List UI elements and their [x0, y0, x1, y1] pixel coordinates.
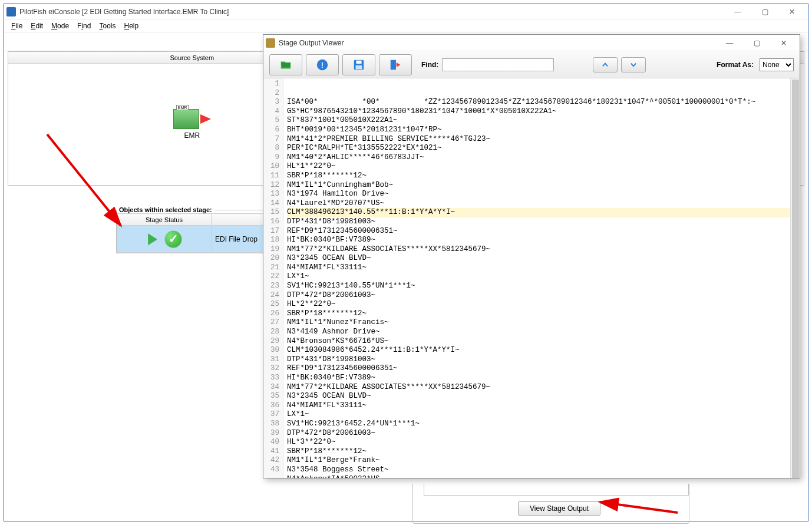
code-line[interactable]: DTP*431*D8*19981003~ [287, 355, 800, 365]
find-label: Find: [421, 61, 438, 69]
open-button[interactable] [269, 54, 302, 75]
line-gutter: 1234567891011121314151617181920212223242… [263, 78, 283, 478]
exit-button[interactable] [379, 54, 412, 75]
code-line[interactable]: BHT*0019*00*12345*20181231*1047*RP~ [287, 126, 800, 135]
main-title: PilotFish eiConsole [2 EDI Getting Start… [19, 8, 724, 16]
vertical-scrollbar[interactable] [790, 78, 800, 478]
code-line[interactable]: PER*IC*RALPH*TE*3135552222*EX*1021~ [287, 144, 800, 153]
chevron-up-icon [601, 61, 609, 69]
code-line[interactable]: NM1*77*2*KILDARE ASSOCIATES*****XX*58123… [287, 245, 800, 255]
code-area[interactable]: ISA*00* *00* *ZZ*123456789012345*ZZ*1234… [283, 78, 800, 478]
viewer-maximize-button[interactable]: ▢ [743, 35, 770, 51]
check-icon: ✓ [164, 230, 181, 247]
svg-text:!: ! [321, 60, 324, 69]
code-line[interactable]: HI*BK:0340*BF:V7389~ [287, 374, 800, 383]
code-line[interactable]: DTP*431*D8*19981003~ [287, 217, 800, 227]
menu-find[interactable]: Find [74, 21, 94, 31]
maximize-button[interactable]: ▢ [751, 4, 778, 19]
code-line[interactable]: NM1*IL*1*Cunningham*Bob~ [287, 181, 800, 190]
minimize-button[interactable]: — [724, 4, 751, 19]
code-line[interactable]: NM1*77*2*KILDARE ASSOCIATES*****XX*58123… [287, 383, 800, 392]
objects-legend: Objects within selected stage: [117, 206, 214, 213]
source-label: EMR [184, 131, 200, 140]
svg-rect-14 [356, 65, 362, 68]
code-line[interactable]: N4*MIAMI*FL*33111~ [287, 263, 800, 273]
code-line[interactable]: N3*4149 Ashmor Drive~ [287, 328, 800, 337]
exit-icon [389, 58, 402, 71]
code-line[interactable]: NM1*40*2*AHLIC*****46*66783JJT~ [287, 153, 800, 163]
code-line[interactable]: N4*Ankeny*IA*50023*US~ [287, 475, 800, 478]
code-line[interactable]: NM1*IL*1*Berge*Frank~ [287, 456, 800, 465]
code-line[interactable]: N3*2345 OCEAN BLVD~ [287, 392, 800, 401]
stage-output-viewer-window: Stage Output Viewer — ▢ ✕ ! Find: Format… [263, 34, 800, 478]
code-line[interactable]: ST*837*1001*005010X222A1~ [287, 116, 800, 126]
save-button[interactable] [342, 54, 375, 75]
info-icon: ! [316, 58, 329, 71]
viewer-title: Stage Output Viewer [279, 39, 716, 47]
find-input[interactable] [442, 58, 554, 71]
code-line[interactable]: N3*3548 Boggess Street~ [287, 465, 800, 475]
viewer-titlebar[interactable]: Stage Output Viewer — ▢ ✕ [263, 35, 800, 51]
code-line[interactable]: HL*3**22*0~ [287, 438, 800, 447]
menu-help[interactable]: Help [120, 21, 142, 31]
col-stage-status[interactable]: Stage Status [117, 214, 212, 226]
code-line[interactable]: SBR*P*18*******12~ [287, 447, 800, 457]
folder-open-icon [279, 58, 292, 71]
code-line[interactable]: HL*1**22*0~ [287, 162, 800, 171]
code-line[interactable]: NM1*IL*1*Nunez*Francis~ [287, 318, 800, 328]
code-line[interactable]: CLM*388496213*140.55***11:B:1*Y*A*Y*I~ [287, 208, 800, 217]
code-line[interactable]: HI*BK:0340*BF:V7389~ [287, 236, 800, 245]
menu-mode[interactable]: Mode [48, 21, 72, 31]
code-line[interactable]: HL*2**22*0~ [287, 300, 800, 309]
menu-file[interactable]: File [8, 21, 26, 31]
svg-rect-15 [391, 60, 396, 70]
code-line[interactable]: REF*D9*17312345600006351~ [287, 364, 800, 374]
code-line[interactable]: SV1*HC:99213*140.55*UN*1***1~ [287, 282, 800, 291]
viewer-toolbar: ! Find: Format As: None [263, 51, 800, 78]
scrollbar-thumb[interactable] [792, 80, 799, 478]
viewer-minimize-button[interactable]: — [716, 35, 743, 51]
code-line[interactable]: CLM*103084986*6452.24***11:B:1*Y*A*Y*I~ [287, 346, 800, 355]
menubar: File Edit Mode Find Tools Help [4, 19, 808, 32]
code-line[interactable]: REF*D9*17312345600006351~ [287, 227, 800, 236]
close-button[interactable]: ✕ [778, 4, 806, 19]
code-line[interactable]: N4*Bronson*KS*66716*US~ [287, 337, 800, 346]
save-icon [352, 58, 365, 71]
code-line[interactable]: SV1*HC:99213*6452.24*UN*1***1~ [287, 420, 800, 429]
menu-edit[interactable]: Edit [27, 21, 47, 31]
viewer-icon [266, 38, 275, 48]
main-titlebar[interactable]: PilotFish eiConsole [2 EDI Getting Start… [4, 4, 808, 19]
viewer-close-button[interactable]: ✕ [770, 35, 797, 51]
code-line[interactable]: LX*1~ [287, 272, 800, 282]
find-prev-button[interactable] [593, 57, 618, 72]
app-icon [6, 7, 16, 16]
play-icon [148, 233, 157, 245]
find-next-button[interactable] [621, 57, 646, 72]
view-stage-output-button[interactable]: View Stage Output [518, 501, 600, 516]
arrow-right-icon [200, 114, 211, 124]
code-line[interactable]: SBR*P*18*******12~ [287, 171, 800, 181]
code-line[interactable]: N4*MIAMI*FL*33111~ [287, 401, 800, 411]
code-line[interactable]: GS*HC*9876543210*1234567890*180231*1047*… [287, 107, 800, 117]
code-line[interactable]: N3*2345 OCEAN BLVD~ [287, 254, 800, 263]
format-select[interactable]: None [760, 58, 794, 71]
info-button[interactable]: ! [306, 54, 339, 75]
chevron-down-icon [629, 61, 638, 69]
emr-icon [173, 109, 199, 129]
output-editor[interactable]: 1234567891011121314151617181920212223242… [263, 78, 800, 478]
svg-rect-13 [356, 60, 361, 64]
code-line[interactable]: SBR*P*18*******12~ [287, 309, 800, 319]
bottom-inner-border [424, 484, 689, 496]
code-line[interactable]: N4*Laurel*MD*20707*US~ [287, 199, 800, 209]
format-label: Format As: [717, 61, 754, 69]
menu-tools[interactable]: Tools [95, 21, 119, 31]
code-line[interactable]: ISA*00* *00* *ZZ*123456789012345*ZZ*1234… [287, 98, 800, 107]
code-line[interactable]: LX*1~ [287, 410, 800, 420]
code-line[interactable]: N3*1974 Hamilton Drive~ [287, 190, 800, 199]
code-line[interactable]: DTP*472*D8*20061003~ [287, 429, 800, 438]
code-line[interactable]: NM1*41*2*PREMIER BILLING SERVICE*****46*… [287, 135, 800, 144]
code-line[interactable]: DTP*472*D8*20061003~ [287, 291, 800, 301]
